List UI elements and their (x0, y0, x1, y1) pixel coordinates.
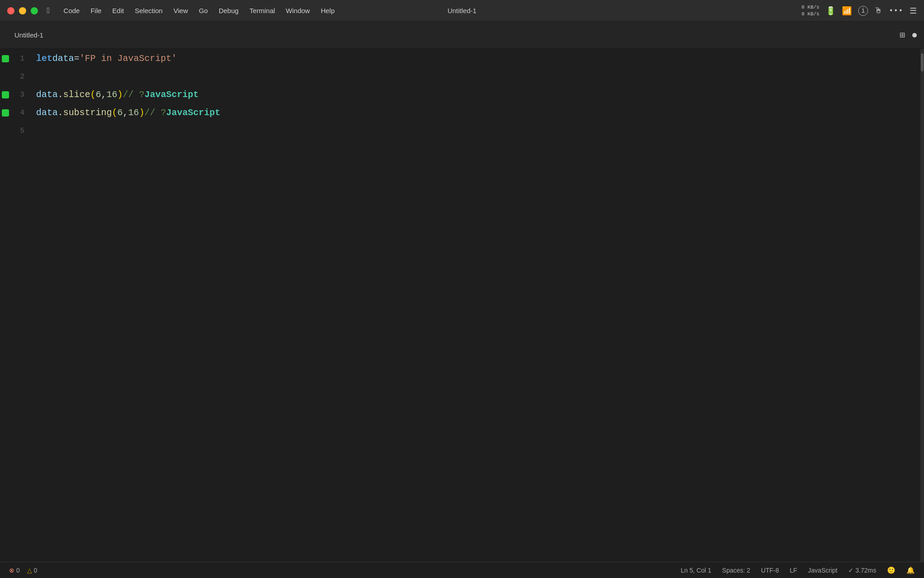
gutter: 12345 (0, 49, 27, 562)
token-var: data (36, 104, 58, 122)
editor-tab-bar: Untitled-1 ⊞ (0, 22, 924, 49)
token-num: 16 (128, 104, 139, 122)
token-str: 'FP in JavaScript' (79, 50, 177, 68)
eol[interactable]: LF (790, 567, 797, 574)
token-paren: ( (90, 86, 96, 104)
smiley-icon[interactable]: 🙂 (887, 566, 896, 574)
apple-logo-icon[interactable]:  (47, 6, 52, 15)
menu-help[interactable]: Help (316, 5, 339, 16)
status-right: Ln 5, Col 1 Spaces: 2 UTF-8 LF JavaScrip… (681, 566, 915, 574)
line-number: 2 (20, 73, 24, 81)
code-line (27, 68, 920, 86)
token-dot-op: . (58, 86, 63, 104)
token-paren: ) (139, 104, 144, 122)
status-left: ⊗ 0 △ 0 (9, 567, 37, 574)
menu-right-icons: 0 KB/s 0 KB/s 🔋 📶 i 🖱 ••• ☰ (802, 4, 917, 17)
menu-view[interactable]: View (169, 5, 192, 16)
token-comment: // ? (144, 104, 166, 122)
language-mode[interactable]: JavaScript (808, 567, 837, 574)
menu-terminal[interactable]: Terminal (245, 5, 280, 16)
menu-debug[interactable]: Debug (214, 5, 243, 16)
token-paren: ( (112, 104, 117, 122)
list-icon: ☰ (910, 6, 917, 16)
network-down: 0 KB/s (802, 11, 820, 17)
token-dot-op: . (58, 104, 63, 122)
line-number: 5 (20, 127, 24, 135)
status-bar: ⊗ 0 △ 0 Ln 5, Col 1 Spaces: 2 UTF-8 LF J… (0, 562, 924, 578)
window-title: Untitled-1 (448, 7, 476, 14)
gutter-line: 5 (0, 122, 27, 140)
line-number: 3 (20, 91, 24, 99)
menu-selection[interactable]: Selection (130, 5, 167, 16)
code-line: data.slice(6, 16) // ? JavaScript (27, 86, 920, 104)
info-icon: i (858, 6, 868, 16)
menu-file[interactable]: File (86, 5, 106, 16)
menu-go[interactable]: Go (194, 5, 213, 16)
cursor-position[interactable]: Ln 5, Col 1 (681, 567, 711, 574)
finder-icon: 🖱 (874, 6, 882, 15)
scrollbar-thumb[interactable] (921, 53, 924, 71)
menu-code[interactable]: Code (59, 5, 84, 16)
breakpoint-indicator[interactable] (2, 55, 9, 62)
title-bar:  Code File Edit Selection View Go Debug… (0, 0, 924, 22)
token-result: JavaScript (144, 86, 199, 104)
editor-area: 12345 let data = 'FP in JavaScript'data.… (0, 49, 924, 562)
network-up: 0 KB/s (802, 4, 820, 10)
split-editor-icon[interactable]: ⊞ (900, 29, 905, 41)
token-kw: let (36, 50, 52, 68)
line-number: 1 (20, 55, 24, 63)
token-op: = (74, 50, 79, 68)
warning-count[interactable]: △ 0 (27, 567, 37, 574)
menu-edit[interactable]: Edit (108, 5, 129, 16)
menu-window[interactable]: Window (282, 5, 314, 16)
modified-indicator (912, 33, 917, 37)
token-var: data (36, 86, 58, 104)
token-paren: ) (117, 86, 123, 104)
token-var: data (52, 50, 74, 68)
close-button[interactable] (7, 7, 14, 14)
maximize-button[interactable] (31, 7, 38, 14)
code-line (27, 122, 920, 140)
warning-icon: △ (27, 567, 32, 574)
breakpoint-indicator[interactable] (2, 91, 9, 98)
scrollbar[interactable] (920, 49, 924, 562)
network-info: 0 KB/s 0 KB/s (802, 4, 820, 17)
line-number: 4 (20, 109, 24, 117)
tab-label: Untitled-1 (14, 31, 43, 39)
traffic-lights (7, 7, 38, 14)
error-number: 0 (16, 567, 20, 574)
gutter-line: 1 (0, 50, 27, 68)
token-op: , (101, 86, 106, 104)
warning-number: 0 (34, 567, 37, 574)
indentation[interactable]: Spaces: 2 (722, 567, 750, 574)
gutter-line: 2 (0, 68, 27, 86)
code-line: data.substring(6, 16) // ? JavaScript (27, 104, 920, 122)
battery-icon: 🔋 (826, 6, 836, 16)
token-comment: // ? (123, 86, 144, 104)
code-line: let data = 'FP in JavaScript' (27, 50, 920, 68)
gutter-line: 4 (0, 104, 27, 122)
bell-icon[interactable]: 🔔 (906, 566, 915, 574)
gutter-line: 3 (0, 86, 27, 104)
token-method: substring (63, 104, 112, 122)
encoding[interactable]: UTF-8 (761, 567, 779, 574)
menu-bar:  Code File Edit Selection View Go Debug… (47, 5, 802, 16)
token-op: , (123, 104, 128, 122)
error-count[interactable]: ⊗ 0 (9, 567, 20, 574)
token-num: 6 (117, 104, 123, 122)
token-result: JavaScript (166, 104, 220, 122)
more-icon: ••• (889, 7, 903, 15)
tab-actions: ⊞ (900, 29, 917, 41)
token-method: slice (63, 86, 90, 104)
breakpoint-indicator[interactable] (2, 109, 9, 117)
wifi-icon: 📶 (842, 6, 852, 16)
editor-tab[interactable]: Untitled-1 (7, 28, 51, 42)
minimize-button[interactable] (19, 7, 26, 14)
token-num: 16 (106, 86, 117, 104)
error-icon: ⊗ (9, 567, 14, 574)
timing: ✓ 3.72ms (848, 567, 876, 574)
token-num: 6 (96, 86, 101, 104)
code-content[interactable]: let data = 'FP in JavaScript'data.slice(… (27, 49, 920, 562)
